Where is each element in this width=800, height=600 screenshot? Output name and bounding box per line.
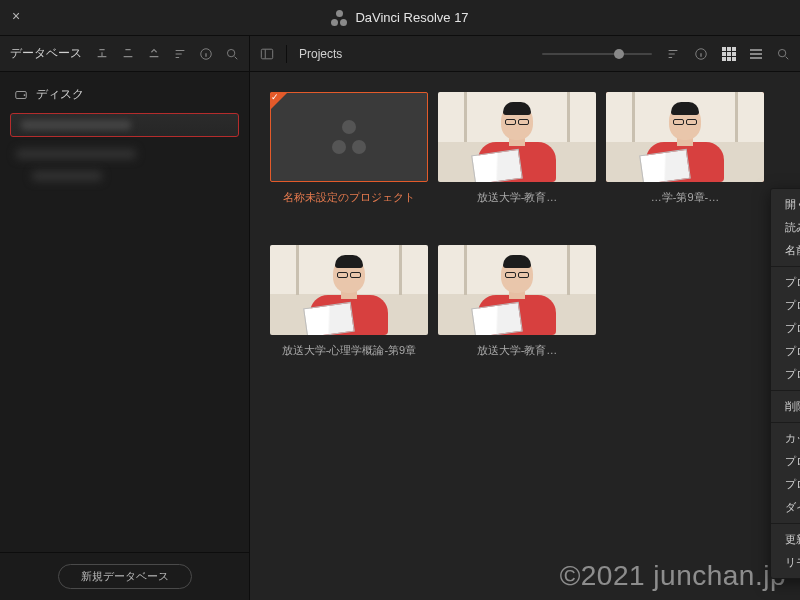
db-item[interactable] xyxy=(16,149,136,159)
content-header: Projects xyxy=(250,36,800,72)
disk-section[interactable]: ディスク xyxy=(8,82,241,107)
app-name: DaVinci Resolve 17 xyxy=(355,10,468,25)
new-database-button[interactable]: 新規データベース xyxy=(58,564,192,589)
context-menu-item[interactable]: プロジェクト設定を現在のプロジェクトにロード... xyxy=(771,450,800,473)
sidebar: データベース ディスク 新規データベース xyxy=(0,36,250,600)
context-menu: 開く読み取り専用モードで開く名前を変更...プロジェクトの読み込み...プロジェ… xyxy=(770,188,800,579)
svg-rect-4 xyxy=(261,49,272,59)
project-thumbnail[interactable] xyxy=(438,92,596,182)
info-icon[interactable] xyxy=(199,47,213,61)
context-menu-item[interactable]: プロジェクトバックアップ... xyxy=(771,473,800,496)
context-menu-item[interactable]: リモートレンダリング xyxy=(771,551,800,574)
context-menu-item[interactable]: プロジェクトアーカイブの書き出し... xyxy=(771,363,800,386)
sidebar-header: データベース xyxy=(0,36,249,72)
project-card[interactable]: 放送大学-教育… xyxy=(438,245,596,358)
db-add-icon[interactable] xyxy=(95,47,109,61)
context-menu-item[interactable]: プロジェクトの書き出し... xyxy=(771,294,800,317)
sort-icon[interactable] xyxy=(666,47,680,61)
grid-view-icon[interactable] xyxy=(722,47,736,61)
project-title: …学-第9章-… xyxy=(606,190,764,205)
db-item[interactable] xyxy=(32,171,102,181)
content-area: Projects 名称未設定のプロジェクト放送大学-教育……学-第9章-…放送大… xyxy=(250,36,800,600)
project-title: 放送大学-心理学概論-第9章 xyxy=(270,343,428,358)
search-icon[interactable] xyxy=(225,47,239,61)
project-grid: 名称未設定のプロジェクト放送大学-教育……学-第9章-…放送大学-心理学概論-第… xyxy=(270,92,780,358)
svg-point-1 xyxy=(227,49,234,56)
context-menu-item[interactable]: プロジェクトの書き出し(スチルとLUT込み)... xyxy=(771,317,800,340)
titlebar: × DaVinci Resolve 17 xyxy=(0,0,800,36)
search-icon[interactable] xyxy=(776,47,790,61)
context-menu-item[interactable]: プロジェクトアーカイブを復元... xyxy=(771,340,800,363)
db-remove-icon[interactable] xyxy=(121,47,135,61)
project-card[interactable]: 放送大学-心理学概論-第9章 xyxy=(270,245,428,358)
project-title: 名称未設定のプロジェクト xyxy=(270,190,428,205)
context-menu-item[interactable]: 名前を変更... xyxy=(771,239,800,262)
info-icon[interactable] xyxy=(694,47,708,61)
close-icon[interactable]: × xyxy=(12,8,20,24)
context-menu-item[interactable]: ダイナミック プロジェクト スイッチング xyxy=(771,496,800,519)
svg-point-6 xyxy=(778,49,785,56)
project-title: 放送大学-教育… xyxy=(438,343,596,358)
panel-toggle-icon[interactable] xyxy=(260,47,274,61)
app-logo-icon xyxy=(331,10,347,26)
project-thumbnail[interactable] xyxy=(606,92,764,182)
context-menu-item[interactable]: カット xyxy=(771,427,800,450)
sidebar-title: データベース xyxy=(10,45,82,62)
project-thumbnail[interactable] xyxy=(270,92,428,182)
list-view-icon[interactable] xyxy=(750,49,762,59)
context-menu-separator xyxy=(771,390,800,391)
db-item-selected[interactable] xyxy=(10,113,239,137)
breadcrumb: Projects xyxy=(299,47,342,61)
context-menu-item[interactable]: 開く xyxy=(771,193,800,216)
thumbnail-zoom-slider[interactable] xyxy=(542,53,652,55)
disk-icon xyxy=(14,88,28,102)
project-thumbnail[interactable] xyxy=(438,245,596,335)
project-card[interactable]: …学-第9章-… xyxy=(606,92,764,205)
db-link-icon[interactable] xyxy=(147,47,161,61)
context-menu-separator xyxy=(771,523,800,524)
project-title: 放送大学-教育… xyxy=(438,190,596,205)
project-card[interactable]: 放送大学-教育… xyxy=(438,92,596,205)
context-menu-item[interactable]: 読み取り専用モードで開く xyxy=(771,216,800,239)
svg-point-3 xyxy=(24,94,26,96)
sort-icon[interactable] xyxy=(173,47,187,61)
context-menu-item[interactable]: 削除... xyxy=(771,395,800,418)
project-thumbnail[interactable] xyxy=(270,245,428,335)
context-menu-item[interactable]: プロジェクトの読み込み... xyxy=(771,271,800,294)
context-menu-separator xyxy=(771,422,800,423)
project-card[interactable]: 名称未設定のプロジェクト xyxy=(270,92,428,205)
context-menu-item[interactable]: 更新 xyxy=(771,528,800,551)
disk-label: ディスク xyxy=(36,86,84,103)
app-title: DaVinci Resolve 17 xyxy=(331,10,468,26)
context-menu-separator xyxy=(771,266,800,267)
